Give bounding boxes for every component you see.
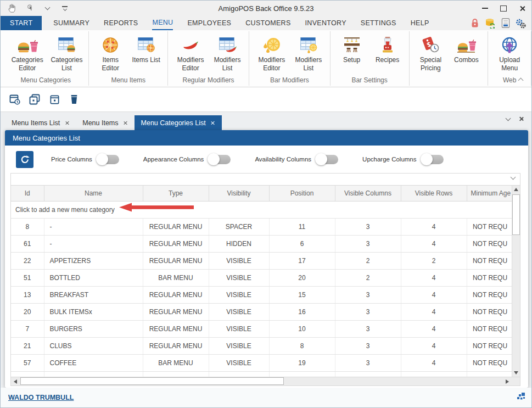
grid-cell[interactable]: BAR MENU xyxy=(143,355,209,372)
services-gears-icon[interactable] xyxy=(516,18,526,29)
grid-cell[interactable]: NOT REQU xyxy=(467,321,512,338)
grid-cell[interactable]: 11 xyxy=(269,219,335,236)
scroll-right-icon[interactable] xyxy=(506,379,509,384)
grid-cell[interactable]: REGULAR MENU xyxy=(143,287,209,304)
upload-menu-button[interactable]: Upload Menu xyxy=(492,33,527,73)
grid-row[interactable]: 51BOTTLEDBAR MENUVISIBLE2024NOT REQU xyxy=(11,270,512,287)
lock-icon[interactable] xyxy=(469,18,480,29)
scroll-up-icon[interactable] xyxy=(514,188,518,191)
grid-cell[interactable]: 15 xyxy=(11,372,44,377)
tabstrip-close-icon[interactable] xyxy=(519,116,524,121)
grid-cell[interactable]: REGULAR MENU xyxy=(143,219,209,236)
calendar-day-icon[interactable] xyxy=(48,93,61,106)
calendar-clock-icon[interactable] xyxy=(8,93,21,106)
grid-cell[interactable]: 21 xyxy=(11,338,44,355)
combos-button[interactable]: Combos xyxy=(449,33,483,65)
grid-cell[interactable]: REGULAR MENU xyxy=(143,338,209,355)
items-list-button[interactable]: Items List xyxy=(129,33,163,65)
grid-row[interactable]: 61-REGULAR MENUHIDDEN634NOT REQU xyxy=(11,236,512,253)
report-icon[interactable] xyxy=(500,18,511,29)
bar-modifiers-editor-button[interactable]: Modifiers Editor xyxy=(254,33,290,73)
qat-dropdown-button[interactable] xyxy=(41,2,53,14)
bar-modifiers-list-button[interactable]: Modifiers List xyxy=(292,33,326,73)
vertical-scroll-thumb[interactable] xyxy=(512,194,520,235)
grid-cell[interactable]: REGULAR MENU xyxy=(143,236,209,253)
current-user-link[interactable]: WALDO TRUMBULL xyxy=(8,394,74,401)
pint-glass-icon[interactable] xyxy=(68,93,81,106)
modifiers-editor-button[interactable]: Modifiers Editor xyxy=(172,33,209,73)
tab-customers[interactable]: CUSTOMERS xyxy=(245,16,290,30)
grid-cell[interactable]: 2 xyxy=(401,253,467,270)
tab-settings[interactable]: SETTINGS xyxy=(361,16,396,30)
grid-cell[interactable]: NOT REQU xyxy=(467,338,512,355)
grid-cell[interactable]: 6 xyxy=(269,236,335,253)
grid-cell[interactable]: 3 xyxy=(335,236,401,253)
grid-cell[interactable]: 57 xyxy=(11,355,44,372)
grid-cell[interactable]: 15 xyxy=(269,287,335,304)
grid-cell[interactable]: 3 xyxy=(335,355,401,372)
grid-cell[interactable]: VISIBLE xyxy=(209,355,269,372)
grid-cell[interactable]: 16 xyxy=(269,304,335,321)
grid-cell[interactable]: BURGERS xyxy=(44,321,143,338)
scroll-down-icon[interactable] xyxy=(514,371,518,375)
grid-cell[interactable]: 18 xyxy=(467,372,512,377)
column-header[interactable]: Visibility xyxy=(209,186,269,202)
touch-pointer-icon[interactable] xyxy=(24,2,36,14)
grid-cell[interactable]: 7 xyxy=(269,372,335,377)
tab-menu[interactable]: MENU xyxy=(152,16,173,30)
doc-tab-menu-items-list[interactable]: Menu Items List xyxy=(5,115,76,130)
grid-cell[interactable]: 4 xyxy=(401,372,467,377)
grid-cell[interactable]: VISIBLE xyxy=(209,321,269,338)
grid-cell[interactable]: 20 xyxy=(11,304,44,321)
tab-summary[interactable]: SUMMARY xyxy=(53,16,89,30)
grid-cell[interactable]: 4 xyxy=(401,338,467,355)
grid-cell[interactable]: 7 xyxy=(11,321,44,338)
price-columns-toggle[interactable] xyxy=(97,155,119,164)
grid-cell[interactable]: COFFEE xyxy=(44,355,143,372)
vertical-scrollbar[interactable] xyxy=(512,186,520,377)
grid-cell[interactable]: 8 xyxy=(11,219,44,236)
grid-cell[interactable]: BREAKFAST xyxy=(44,287,143,304)
grid-cell[interactable]: 22 xyxy=(11,253,44,270)
grid-cell[interactable]: SPACER xyxy=(209,219,269,236)
tab-list-dropdown-icon[interactable] xyxy=(506,115,511,121)
recipes-button[interactable]: Recipes xyxy=(371,33,405,65)
grid-cell[interactable]: 4 xyxy=(401,236,467,253)
grid-cell[interactable]: 4 xyxy=(401,355,467,372)
grid-cell[interactable]: 2 xyxy=(335,270,401,287)
grid-cell[interactable]: DESSERTS xyxy=(44,372,143,377)
column-header[interactable]: Visible Columns xyxy=(335,186,401,202)
calendar-stack-icon[interactable] xyxy=(28,93,41,106)
hand-cursor-icon[interactable] xyxy=(6,2,18,14)
column-header[interactable]: Type xyxy=(143,186,209,202)
categories-editor-button[interactable]: Categories Editor xyxy=(7,33,47,73)
tab-close-icon[interactable] xyxy=(211,121,215,125)
grid-cell[interactable]: 4 xyxy=(401,321,467,338)
grid-cell[interactable]: 17 xyxy=(269,253,335,270)
categories-list-button[interactable]: Categories List xyxy=(49,33,84,73)
database-refresh-icon[interactable] xyxy=(485,18,495,29)
grid-cell[interactable]: BAR MENU xyxy=(143,270,209,287)
horizontal-scroll-thumb[interactable] xyxy=(20,377,284,385)
refresh-button[interactable] xyxy=(16,151,33,168)
tab-close-icon[interactable] xyxy=(65,121,69,125)
grid-cell[interactable]: 4 xyxy=(401,219,467,236)
new-row-hint[interactable]: Click to add a new menu category xyxy=(11,202,512,219)
grid-cell[interactable]: VISIBLE xyxy=(209,270,269,287)
grid-filter-row[interactable] xyxy=(11,174,520,186)
close-button[interactable] xyxy=(513,1,531,16)
grid-cell[interactable]: 3 xyxy=(335,372,401,377)
grid-row[interactable]: 20BULK ITEMSxREGULAR MENUVISIBLE1634NOT … xyxy=(11,304,512,321)
grid-cell[interactable]: REGULAR MENU xyxy=(143,372,209,377)
grid-cell[interactable]: 3 xyxy=(335,338,401,355)
grid-cell[interactable]: 3 xyxy=(335,321,401,338)
grid-row[interactable]: 8-REGULAR MENUSPACER1134NOT REQU xyxy=(11,219,512,236)
upcharge-columns-toggle[interactable] xyxy=(422,155,444,164)
grid-cell[interactable]: 51 xyxy=(11,270,44,287)
grid-cell[interactable]: 8 xyxy=(269,338,335,355)
grid-cell[interactable]: CLUBS xyxy=(44,338,143,355)
grid-cell[interactable]: NOT REQU xyxy=(467,270,512,287)
grid-cell[interactable]: 3 xyxy=(335,219,401,236)
doc-tab-menu-items[interactable]: Menu Items xyxy=(76,115,134,130)
grid-cell[interactable]: NOT REQU xyxy=(467,355,512,372)
